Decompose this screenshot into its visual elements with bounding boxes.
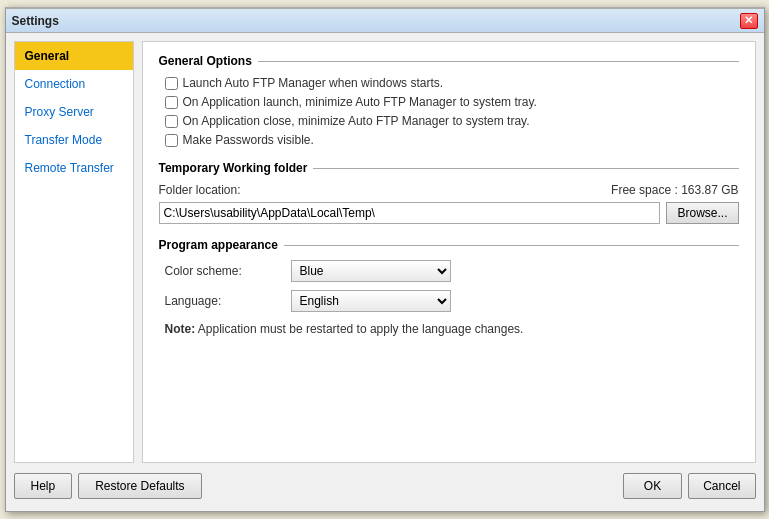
help-button[interactable]: Help <box>14 473 73 499</box>
folder-path-input[interactable] <box>159 202 661 224</box>
window-title: Settings <box>12 14 59 28</box>
ok-button[interactable]: OK <box>623 473 682 499</box>
language-select[interactable]: English French German Spanish <box>291 290 451 312</box>
appearance-grid: Color scheme: Blue Green Red Default Lan… <box>165 260 739 312</box>
checkbox-row-2: On Application launch, minimize Auto FTP… <box>165 95 739 109</box>
folder-location-row: Folder location: Free space : 163.87 GB <box>159 183 739 197</box>
launch-on-startup-checkbox[interactable] <box>165 77 178 90</box>
make-passwords-visible-checkbox[interactable] <box>165 134 178 147</box>
minimize-on-close-checkbox[interactable] <box>165 115 178 128</box>
free-space-label: Free space : 163.87 GB <box>611 183 738 197</box>
program-appearance-section: Program appearance Color scheme: Blue Gr… <box>159 238 739 336</box>
sidebar: General Connection Proxy Server Transfer… <box>14 41 134 463</box>
temp-folder-header: Temporary Working folder <box>159 161 739 175</box>
folder-location-label: Folder location: <box>159 183 241 197</box>
language-label: Language: <box>165 294 285 308</box>
note-body: Application must be restarted to apply t… <box>198 322 524 336</box>
browse-button[interactable]: Browse... <box>666 202 738 224</box>
minimize-on-launch-checkbox[interactable] <box>165 96 178 109</box>
folder-input-row: Browse... <box>159 202 739 224</box>
bottom-right-buttons: OK Cancel <box>623 473 756 499</box>
temp-folder-section: Temporary Working folder Folder location… <box>159 161 739 224</box>
sidebar-item-transfer-mode[interactable]: Transfer Mode <box>15 126 133 154</box>
sidebar-item-connection[interactable]: Connection <box>15 70 133 98</box>
sidebar-item-general[interactable]: General <box>15 42 133 70</box>
minimize-on-close-label: On Application close, minimize Auto FTP … <box>183 114 530 128</box>
checkbox-row-3: On Application close, minimize Auto FTP … <box>165 114 739 128</box>
title-bar: Settings ✕ <box>6 9 764 33</box>
program-appearance-header: Program appearance <box>159 238 739 252</box>
color-scheme-select[interactable]: Blue Green Red Default <box>291 260 451 282</box>
bottom-bar: Help Restore Defaults OK Cancel <box>14 469 756 503</box>
make-passwords-visible-label: Make Passwords visible. <box>183 133 314 147</box>
main-content: General Connection Proxy Server Transfer… <box>14 41 756 463</box>
checkbox-row-1: Launch Auto FTP Manager when windows sta… <box>165 76 739 90</box>
launch-on-startup-label: Launch Auto FTP Manager when windows sta… <box>183 76 444 90</box>
note-container: Note: Application must be restarted to a… <box>165 322 739 336</box>
checkbox-row-4: Make Passwords visible. <box>165 133 739 147</box>
bottom-left-buttons: Help Restore Defaults <box>14 473 202 499</box>
sidebar-item-remote-transfer[interactable]: Remote Transfer <box>15 154 133 182</box>
general-options-header: General Options <box>159 54 739 68</box>
settings-window: Settings ✕ General Connection Proxy Serv… <box>5 7 765 512</box>
window-body: General Connection Proxy Server Transfer… <box>6 33 764 511</box>
general-options-section: General Options Launch Auto FTP Manager … <box>159 54 739 147</box>
color-scheme-label: Color scheme: <box>165 264 285 278</box>
content-panel: General Options Launch Auto FTP Manager … <box>142 41 756 463</box>
minimize-on-launch-label: On Application launch, minimize Auto FTP… <box>183 95 537 109</box>
note-prefix: Note: <box>165 322 196 336</box>
restore-defaults-button[interactable]: Restore Defaults <box>78 473 201 499</box>
sidebar-item-proxy-server[interactable]: Proxy Server <box>15 98 133 126</box>
close-button[interactable]: ✕ <box>740 13 758 29</box>
cancel-button[interactable]: Cancel <box>688 473 755 499</box>
